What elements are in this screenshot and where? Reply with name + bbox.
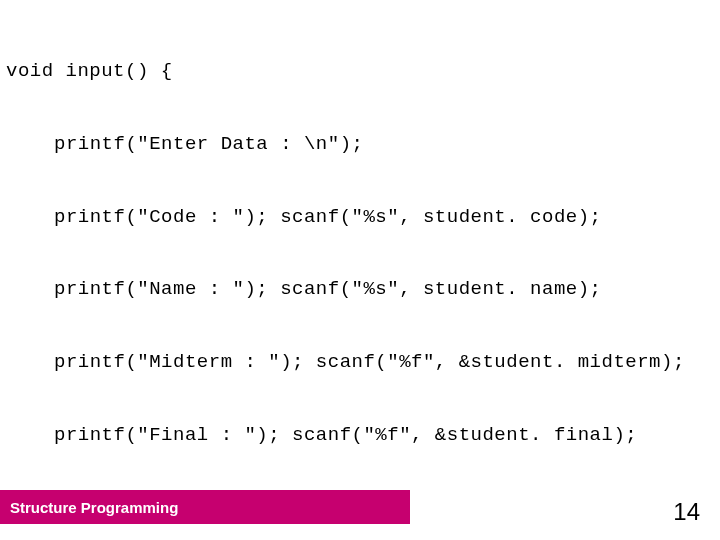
code-line: void input() { [6,59,714,83]
code-line: printf("Enter Data : \n"); [6,132,714,156]
code-block: void input() { printf("Enter Data : \n")… [6,10,714,540]
slide: void input() { printf("Enter Data : \n")… [0,0,720,540]
code-line: printf("Final : "); scanf("%f", &student… [6,423,714,447]
page-number: 14 [673,498,700,526]
footer-bar: Structure Programming [0,490,410,524]
code-line: printf("Midterm : "); scanf("%f", &stude… [6,350,714,374]
code-line: printf("Name : "); scanf("%s", student. … [6,277,714,301]
footer-label: Structure Programming [10,499,178,516]
code-line: printf("Code : "); scanf("%s", student. … [6,205,714,229]
